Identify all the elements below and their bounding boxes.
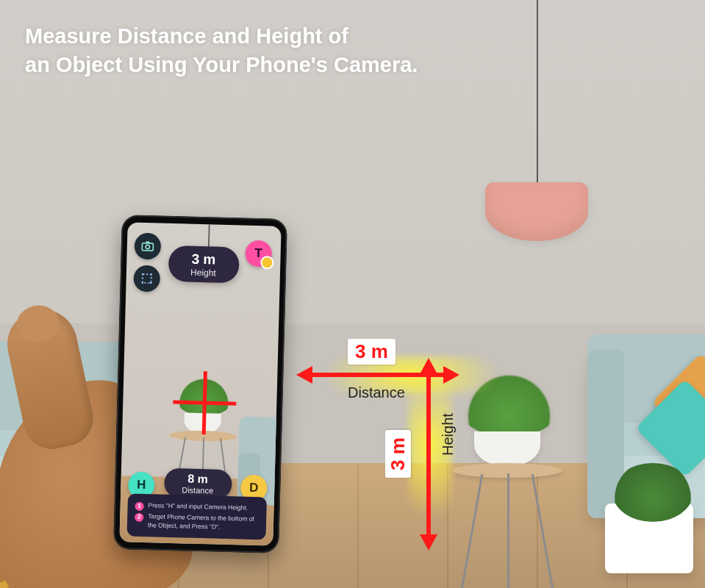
- bounding-box-icon: [139, 271, 154, 287]
- arrowhead-up-icon: [420, 358, 437, 374]
- distance-value-badge: 3 m: [348, 339, 396, 365]
- height-reading-label: Height: [184, 267, 222, 278]
- camera-mode-button[interactable]: [134, 233, 161, 260]
- t-button-label: T: [254, 246, 262, 261]
- svg-point-5: [141, 282, 143, 284]
- plant-pot: [474, 431, 540, 467]
- potted-plant: [456, 368, 562, 437]
- bounding-box-button[interactable]: [133, 265, 160, 293]
- instruction-step-1: Press "H" and input Camera Height.: [148, 501, 248, 514]
- pendant-lamp-cord: [537, 0, 538, 184]
- instructions-panel: 1 Press "H" and input Camera Height. 2 T…: [127, 494, 267, 540]
- instruction-step-2: Target Phone Camera to the bottom of the…: [148, 512, 260, 532]
- d-button-label: D: [249, 481, 259, 495]
- target-t-button[interactable]: T: [245, 240, 272, 268]
- camera-icon: [140, 239, 156, 254]
- distance-label: Distance: [348, 384, 405, 401]
- arrowhead-right-icon: [443, 366, 459, 384]
- side-table: [452, 463, 562, 485]
- headline-line1: Measure Distance and Height of: [25, 22, 418, 51]
- headline-line2: an Object Using Your Phone's Camera.: [25, 51, 418, 79]
- step-badge-2: 2: [135, 513, 143, 522]
- svg-point-4: [150, 273, 152, 276]
- distance-reading-value: 8 m: [179, 473, 217, 485]
- svg-rect-0: [142, 243, 153, 251]
- phone-screen: T 3 m Height H D 8 m Distance: [119, 222, 281, 545]
- headline: Measure Distance and Height of an Object…: [25, 22, 418, 79]
- hand-holding-phone: T 3 m Height H D 8 m Distance: [0, 206, 309, 588]
- floor-planter: [605, 503, 693, 573]
- svg-rect-2: [143, 274, 151, 283]
- smartphone: T 3 m Height H D 8 m Distance: [113, 215, 287, 553]
- distance-arrow-line: [311, 373, 447, 377]
- height-reading-pill: 3 m Height: [168, 245, 239, 283]
- svg-point-3: [142, 273, 144, 276]
- height-reading-value: 3 m: [185, 251, 223, 266]
- promo-scene: Measure Distance and Height of an Object…: [0, 0, 705, 588]
- h-button-label: H: [137, 478, 146, 492]
- pendant-lamp: [485, 182, 588, 241]
- distance-reading-label: Distance: [179, 485, 217, 495]
- svg-point-1: [146, 245, 149, 248]
- svg-point-6: [150, 282, 152, 284]
- crosshair-icon: [172, 370, 237, 435]
- height-label: Height: [440, 413, 457, 456]
- step-badge-1: 1: [135, 502, 143, 511]
